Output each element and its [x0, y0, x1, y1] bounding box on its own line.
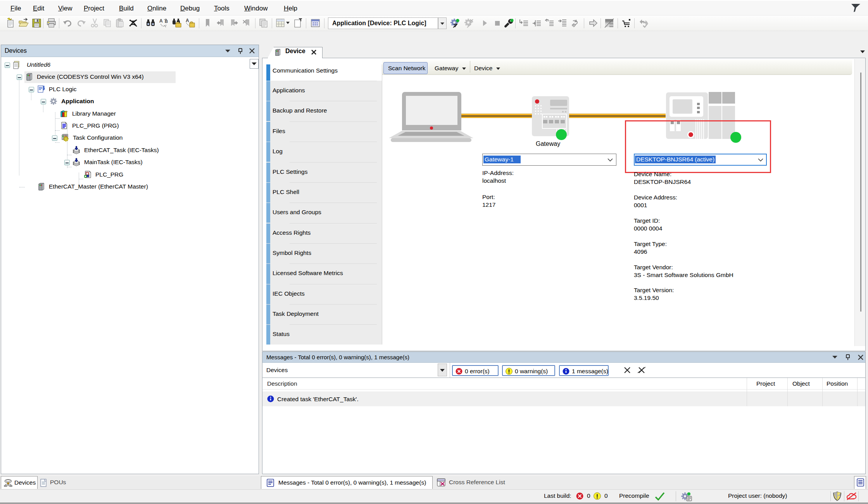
svg-text:A: A — [159, 18, 163, 24]
svg-text:A: A — [186, 18, 189, 23]
